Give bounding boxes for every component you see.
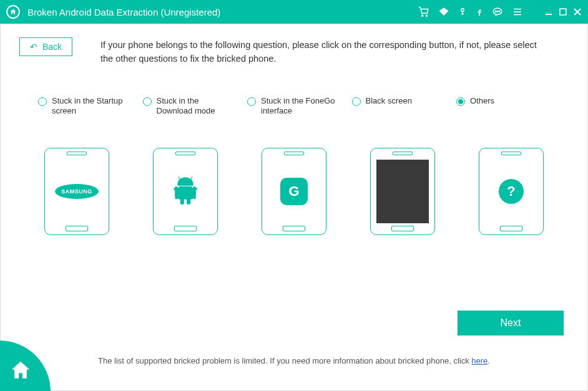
instructions-text: If your phone belongs to the following q… bbox=[100, 39, 550, 66]
phone-samsung: SAMSUNG bbox=[44, 148, 109, 235]
corner-home-button[interactable] bbox=[0, 340, 51, 391]
next-button[interactable]: Next bbox=[458, 311, 564, 335]
phone-android bbox=[153, 148, 218, 235]
minimize-icon[interactable] bbox=[544, 7, 553, 16]
app-title: Broken Android Data Extraction (Unregist… bbox=[27, 7, 418, 17]
home-icon[interactable] bbox=[6, 5, 20, 19]
phone-black-screen bbox=[370, 148, 435, 235]
option-download-mode[interactable]: Stuck in the Download mode bbox=[143, 96, 237, 117]
svg-point-5 bbox=[497, 11, 498, 12]
home-icon bbox=[10, 360, 31, 381]
footer-text-after: . bbox=[488, 356, 490, 365]
android-icon bbox=[170, 175, 201, 208]
svg-point-1 bbox=[426, 15, 427, 16]
samsung-logo-icon: SAMSUNG bbox=[55, 184, 99, 199]
phone-others: ? bbox=[479, 148, 544, 235]
footer-text-before: The list of supported bricked problem is… bbox=[98, 356, 471, 365]
option-label: Black screen bbox=[366, 96, 412, 107]
titlebar-toolbar bbox=[418, 6, 582, 17]
svg-point-2 bbox=[461, 9, 464, 12]
maximize-icon[interactable] bbox=[559, 7, 567, 16]
black-screen-icon bbox=[376, 160, 429, 223]
facebook-icon[interactable] bbox=[476, 6, 483, 17]
main-content: ↶ Back If your phone belongs to the foll… bbox=[0, 24, 588, 391]
svg-point-0 bbox=[422, 15, 423, 16]
menu-icon[interactable] bbox=[512, 6, 523, 17]
phones-row: SAMSUNG G ? bbox=[38, 148, 550, 235]
chat-icon[interactable] bbox=[492, 6, 503, 17]
radio-icon bbox=[456, 97, 465, 106]
option-fonego-interface[interactable]: Stuck in the FoneGo interface bbox=[247, 96, 341, 117]
back-button[interactable]: ↶ Back bbox=[19, 37, 72, 56]
footer-link-here[interactable]: here bbox=[471, 356, 488, 365]
options-row: Stuck in the Startup screen Stuck in the… bbox=[32, 96, 556, 117]
question-icon: ? bbox=[499, 179, 524, 204]
back-button-label: Back bbox=[42, 42, 62, 52]
option-label: Others bbox=[470, 96, 494, 107]
option-others[interactable]: Others bbox=[456, 96, 550, 107]
option-label: Stuck in the Startup screen bbox=[52, 96, 132, 117]
footer-text: The list of supported bricked problem is… bbox=[1, 356, 587, 365]
titlebar: Broken Android Data Extraction (Unregist… bbox=[0, 0, 588, 24]
fonego-icon: G bbox=[280, 178, 308, 205]
option-label: Stuck in the Download mode bbox=[157, 96, 237, 117]
option-label: Stuck in the FoneGo interface bbox=[261, 96, 341, 117]
svg-point-4 bbox=[495, 11, 496, 12]
radio-icon bbox=[143, 97, 152, 106]
radio-icon bbox=[352, 97, 361, 106]
radio-icon bbox=[247, 97, 256, 106]
svg-rect-7 bbox=[560, 9, 566, 15]
close-icon[interactable] bbox=[573, 7, 582, 16]
back-arrow-icon: ↶ bbox=[30, 42, 37, 52]
key-icon[interactable] bbox=[458, 6, 467, 17]
option-startup-screen[interactable]: Stuck in the Startup screen bbox=[38, 96, 132, 117]
phone-fonego: G bbox=[262, 148, 326, 235]
svg-point-6 bbox=[499, 11, 500, 12]
cart-icon[interactable] bbox=[418, 6, 429, 17]
option-black-screen[interactable]: Black screen bbox=[352, 96, 446, 107]
radio-icon bbox=[38, 97, 47, 106]
wifi-icon[interactable] bbox=[438, 6, 449, 17]
